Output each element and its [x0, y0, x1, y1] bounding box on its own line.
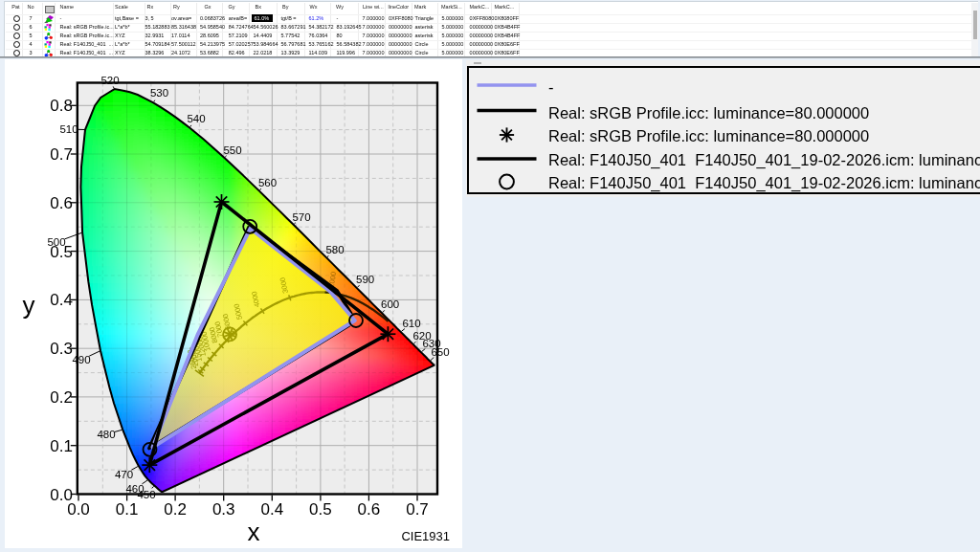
svg-text:CIE1931: CIE1931 — [401, 529, 450, 543]
svg-text:600: 600 — [381, 298, 399, 310]
svg-text:560: 560 — [258, 177, 277, 188]
svg-text:550: 550 — [223, 144, 241, 156]
svg-text:0.8: 0.8 — [50, 97, 73, 115]
svg-text:570: 570 — [292, 211, 310, 223]
svg-text:0.3: 0.3 — [212, 500, 235, 519]
svg-text:480: 480 — [97, 429, 115, 440]
svg-text:0.4: 0.4 — [50, 291, 73, 309]
svg-text:0.7: 0.7 — [50, 145, 73, 164]
svg-text:590: 590 — [356, 274, 374, 285]
svg-text:650: 650 — [431, 346, 449, 358]
svg-text:0.0: 0.0 — [50, 486, 73, 504]
svg-text:0.5: 0.5 — [309, 500, 332, 519]
svg-text:580: 580 — [325, 244, 344, 255]
svg-text:0.1: 0.1 — [50, 437, 73, 455]
svg-text:490: 490 — [72, 354, 90, 365]
svg-text:520: 520 — [100, 75, 119, 86]
svg-text:y: y — [23, 291, 35, 320]
svg-text:510: 510 — [59, 123, 78, 135]
svg-text:470: 470 — [115, 469, 133, 480]
svg-text:0.2: 0.2 — [50, 388, 73, 407]
svg-text:540: 540 — [187, 113, 205, 124]
svg-text:0.3: 0.3 — [50, 340, 73, 358]
svg-text:0.5: 0.5 — [50, 243, 73, 261]
svg-text:530: 530 — [150, 87, 168, 99]
svg-text:x: x — [248, 518, 260, 546]
svg-text:0.1: 0.1 — [116, 500, 139, 519]
svg-text:0.6: 0.6 — [50, 194, 73, 212]
svg-text:0.2: 0.2 — [164, 500, 187, 519]
svg-text:0.7: 0.7 — [406, 500, 429, 519]
svg-text:610: 610 — [402, 318, 420, 329]
svg-text:0.4: 0.4 — [260, 500, 283, 519]
svg-text:460: 460 — [125, 483, 144, 495]
svg-text:0.6: 0.6 — [358, 500, 381, 519]
